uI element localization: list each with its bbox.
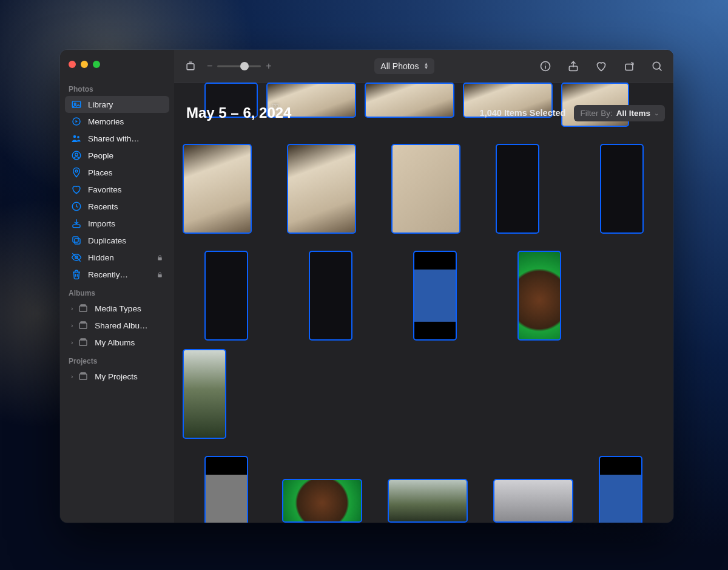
sidebar-item-recently-deleted[interactable]: Recently… (65, 266, 169, 283)
svg-point-7 (75, 170, 78, 172)
photo-thumbnail[interactable] (388, 479, 468, 523)
sidebar-item-shared-albums[interactable]: › Shared Albu… (65, 317, 169, 334)
minimize-button[interactable] (81, 61, 88, 68)
svg-rect-24 (187, 63, 194, 69)
grid-header-overlay: May 5 – 6, 2024 1,040 Items Selected Fil… (186, 104, 665, 121)
photo-thumbnail[interactable] (204, 251, 248, 341)
sidebar-item-media-types[interactable]: › Media Types (65, 300, 169, 317)
photo-thumbnail[interactable] (496, 144, 539, 234)
memories-icon (71, 116, 82, 127)
svg-point-30 (653, 62, 660, 69)
library-icon (71, 99, 82, 110)
aspect-button[interactable] (183, 58, 198, 74)
favorite-button[interactable] (593, 58, 609, 74)
photo-grid-area: May 5 – 6, 2024 1,040 Items Selected Fil… (174, 83, 673, 523)
sidebar-item-favorites[interactable]: Favorites (65, 181, 169, 198)
svg-rect-18 (79, 323, 87, 328)
chevron-down-icon: ⌄ (654, 110, 659, 117)
heart-icon (71, 184, 82, 195)
duplicates-icon (71, 235, 82, 246)
photo-thumbnail[interactable] (517, 251, 561, 341)
folder-icon (78, 371, 89, 382)
svg-rect-15 (158, 274, 161, 277)
chevron-right-icon: › (71, 322, 73, 329)
close-button[interactable] (69, 61, 76, 68)
chevron-right-icon: › (71, 373, 73, 380)
search-button[interactable] (649, 58, 665, 74)
photo-thumbnail[interactable] (600, 144, 644, 234)
chevron-right-icon: › (71, 305, 73, 312)
places-icon (71, 167, 82, 178)
svg-rect-22 (79, 374, 87, 379)
svg-point-4 (77, 136, 79, 138)
svg-rect-19 (81, 322, 86, 323)
hidden-icon (71, 252, 82, 263)
share-button[interactable] (565, 58, 581, 74)
info-button[interactable] (538, 58, 553, 74)
fullscreen-button[interactable] (93, 61, 100, 68)
sidebar-item-label: Places (88, 168, 163, 177)
zoom-control[interactable]: − + (207, 61, 272, 72)
photo-thumbnail[interactable] (183, 349, 226, 439)
svg-rect-23 (81, 373, 86, 374)
sidebar-item-label: Recents (88, 202, 163, 211)
photo-thumbnail[interactable] (493, 479, 573, 523)
sidebar-item-label: Duplicates (88, 236, 163, 245)
folder-icon (78, 303, 89, 314)
svg-rect-21 (81, 339, 86, 340)
window-controls (60, 57, 174, 79)
download-icon (71, 218, 82, 229)
folder-icon (78, 337, 89, 348)
sidebar-item-label: Media Types (95, 304, 163, 313)
sidebar-item-imports[interactable]: Imports (65, 215, 169, 232)
sidebar-item-my-projects[interactable]: › My Projects (65, 368, 169, 385)
sidebar-item-label: Favorites (88, 185, 163, 194)
filter-label: Filter By: (580, 109, 612, 118)
zoom-in-icon[interactable]: + (266, 61, 271, 72)
photo-thumbnail[interactable] (413, 251, 457, 341)
sidebar-item-duplicates[interactable]: Duplicates (65, 232, 169, 249)
sidebar-item-label: People (88, 151, 163, 160)
photo-thumbnail[interactable] (282, 479, 362, 523)
sidebar-item-label: Shared Albu… (95, 321, 163, 330)
photo-thumbnail[interactable] (309, 251, 352, 341)
svg-rect-20 (79, 340, 87, 345)
app-window: Photos Library Memories Shared with… Peo… (60, 50, 673, 523)
sidebar-item-places[interactable]: Places (65, 164, 169, 181)
lock-icon (157, 271, 163, 278)
date-header: May 5 – 6, 2024 (186, 104, 291, 121)
sidebar-item-memories[interactable]: Memories (65, 113, 169, 130)
sidebar-item-label: Library (88, 100, 163, 109)
zoom-slider[interactable] (217, 61, 261, 71)
photo-thumbnail[interactable] (391, 144, 460, 234)
sidebar-item-label: Hidden (88, 253, 150, 262)
sidebar-item-shared[interactable]: Shared with… (65, 130, 169, 147)
sidebar-item-my-albums[interactable]: › My Albums (65, 334, 169, 351)
svg-point-6 (75, 153, 78, 156)
sidebar-item-people[interactable]: People (65, 147, 169, 164)
toolbar: − + All Photos ▲▼ (174, 50, 673, 83)
photo-thumbnail[interactable] (183, 144, 252, 234)
filter-button[interactable]: Filter By: All Items ⌄ (574, 105, 665, 121)
sidebar-item-library[interactable]: Library (65, 96, 169, 113)
people-icon (71, 150, 82, 161)
photo-thumbnail[interactable] (599, 456, 642, 523)
sidebar-item-recents[interactable]: Recents (65, 198, 169, 215)
svg-rect-9 (73, 225, 80, 228)
photo-thumbnail[interactable] (204, 456, 248, 523)
sidebar-section-projects: Projects (60, 351, 174, 368)
sidebar-item-label: Memories (88, 117, 163, 126)
updown-icon: ▲▼ (423, 63, 428, 70)
photo-thumbnail[interactable] (287, 144, 356, 234)
svg-point-27 (545, 63, 546, 64)
sidebar-item-label: My Projects (95, 372, 163, 381)
sidebar-section-photos: Photos (60, 79, 174, 96)
svg-rect-16 (79, 306, 87, 311)
photo-grid[interactable]: ♡ (174, 83, 673, 523)
sidebar-item-label: Imports (88, 219, 163, 228)
rotate-button[interactable] (621, 58, 637, 74)
sidebar-item-label: My Albums (95, 338, 163, 347)
sidebar-item-hidden[interactable]: Hidden (65, 249, 169, 266)
zoom-out-icon[interactable]: − (207, 61, 212, 72)
view-selector[interactable]: All Photos ▲▼ (374, 58, 434, 74)
